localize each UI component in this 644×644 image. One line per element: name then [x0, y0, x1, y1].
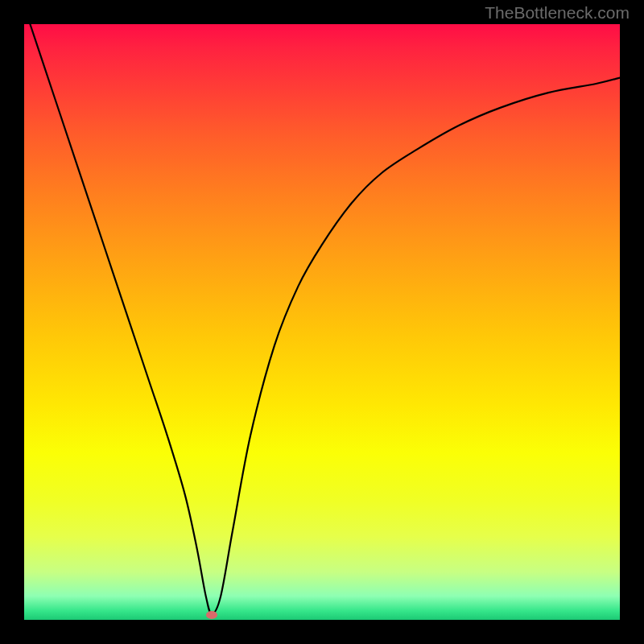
- bottleneck-curve: [30, 24, 620, 614]
- chart-area: [24, 24, 620, 620]
- minimum-marker: [206, 611, 217, 619]
- curve-svg: [24, 24, 620, 620]
- watermark-text: TheBottleneck.com: [485, 3, 630, 23]
